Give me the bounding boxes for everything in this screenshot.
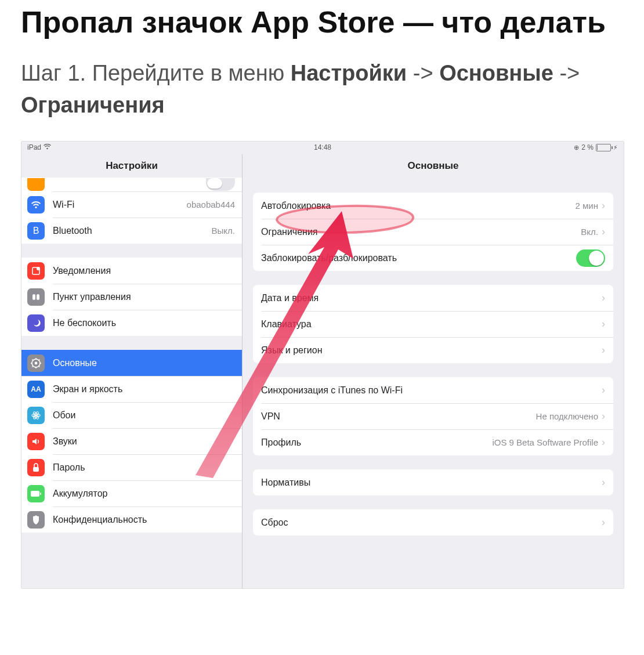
sidebar-item-label: Конфиденциальность <box>53 515 235 525</box>
row-reset[interactable]: Сброс › <box>253 509 613 535</box>
row-profile[interactable]: Профиль iOS 9 Beta Software Profile › <box>253 429 613 455</box>
svg-point-5 <box>35 361 38 364</box>
row-value: iOS 9 Beta Software Profile <box>492 437 598 447</box>
sidebar-item-label: Уведомления <box>53 266 235 276</box>
sidebar-item-label: Bluetooth <box>53 226 207 236</box>
row-restrictions[interactable]: Ограничения Вкл. › <box>253 219 613 245</box>
sidebar-item-control-center[interactable]: Пункт управления <box>21 284 242 310</box>
sidebar-item-label: Wi-Fi <box>53 200 182 210</box>
svg-rect-19 <box>31 491 39 497</box>
article-title: Пропал значок App Store — что делать <box>21 3 623 41</box>
charging-icon: ⚡︎ <box>613 144 618 151</box>
svg-line-13 <box>38 359 39 360</box>
svg-rect-3 <box>37 294 39 300</box>
status-bar: iPad 14:48 ⊕ 2 % ⚡︎ <box>21 142 624 154</box>
sidebar-item-bluetooth[interactable]: B Bluetooth Выкл. <box>21 218 242 244</box>
row-label: VPN <box>261 411 536 422</box>
svg-point-14 <box>35 414 37 417</box>
row-label: Профиль <box>261 437 492 448</box>
step-1-text: Шаг 1. Перейдите в меню Настройки -> Осн… <box>21 57 623 121</box>
sidebar-item-label: Основные <box>53 358 235 368</box>
wifi-network-value: obaobab444 <box>187 200 235 209</box>
row-regulatory[interactable]: Нормативы › <box>253 469 613 495</box>
group-regulatory: Нормативы › <box>253 469 613 495</box>
detail-panel: Основные Автоблокировка 2 мин › Ограниче… <box>243 154 624 588</box>
row-vpn[interactable]: VPN Не подключено › <box>253 403 613 429</box>
sidebar-item-notifications[interactable]: Уведомления <box>21 258 242 284</box>
sidebar-title: Настройки <box>21 154 242 178</box>
svg-rect-18 <box>33 467 39 472</box>
control-center-icon <box>27 288 45 306</box>
row-label: Заблокировать/разблокировать <box>261 253 576 263</box>
step-bold-3: Ограничения <box>21 93 165 117</box>
sidebar-item-label: Пароль <box>53 462 235 473</box>
step-prefix: Шаг 1. Перейдите в меню <box>21 61 291 85</box>
battery-percent: 2 % <box>581 143 594 151</box>
chevron-right-icon: › <box>602 476 605 488</box>
svg-point-1 <box>37 267 40 270</box>
row-label: Ограничения <box>261 227 581 237</box>
row-value: Не подключено <box>536 411 598 421</box>
row-lock-unlock[interactable]: Заблокировать/разблокировать <box>253 245 613 271</box>
chevron-right-icon: › <box>602 344 605 356</box>
row-language[interactable]: Язык и регион › <box>253 337 613 363</box>
group-sync: Синхронизация с iTunes по Wi-Fi › VPN Не… <box>253 377 613 455</box>
lock-unlock-switch[interactable] <box>576 249 605 267</box>
row-autolock[interactable]: Автоблокировка 2 мин › <box>253 193 613 219</box>
sidebar-item-passcode[interactable]: Пароль <box>21 454 242 480</box>
settings-sidebar: Настройки Wi-Fi obaobab444 <box>21 154 243 588</box>
row-itunes-wifi[interactable]: Синхронизация с iTunes по Wi-Fi › <box>253 377 613 403</box>
chevron-right-icon: › <box>602 410 605 422</box>
sidebar-item-sounds[interactable]: Звуки <box>21 428 242 454</box>
sidebar-item-general[interactable]: Основные <box>21 350 242 376</box>
row-label: Клавиатура <box>261 319 602 330</box>
sidebar-item-airplane[interactable] <box>21 178 242 191</box>
privacy-icon <box>27 511 45 529</box>
notifications-icon <box>27 262 45 280</box>
svg-line-12 <box>32 366 34 367</box>
sidebar-item-label: Пункт управления <box>53 292 235 302</box>
step-bold-2: Основные <box>439 61 553 85</box>
row-value: 2 мин <box>576 201 599 211</box>
gear-icon <box>27 354 45 372</box>
battery-icon <box>596 144 611 151</box>
row-label: Синхронизация с iTunes по Wi-Fi <box>261 385 602 396</box>
airplane-icon <box>27 178 45 191</box>
sidebar-item-battery[interactable]: Аккумулятор <box>21 480 242 506</box>
chevron-right-icon: › <box>602 200 605 212</box>
row-label: Автоблокировка <box>261 201 576 211</box>
battery-settings-icon <box>27 485 45 502</box>
ipad-screenshot: iPad 14:48 ⊕ 2 % ⚡︎ Настройки <box>21 141 624 589</box>
wallpaper-icon <box>27 407 45 424</box>
row-datetime[interactable]: Дата и время › <box>253 285 613 311</box>
sidebar-item-label: Обои <box>53 410 235 421</box>
sidebar-item-wallpaper[interactable]: Обои <box>21 402 242 428</box>
wifi-settings-icon <box>27 196 45 213</box>
sidebar-item-display[interactable]: AA Экран и яркость <box>21 376 242 402</box>
sidebar-item-label: Звуки <box>53 436 235 447</box>
status-time: 14:48 <box>21 143 624 151</box>
sidebar-item-wifi[interactable]: Wi-Fi obaobab444 <box>21 191 242 218</box>
chevron-right-icon: › <box>602 226 605 238</box>
chevron-right-icon: › <box>602 516 605 529</box>
sidebar-item-privacy[interactable]: Конфиденциальность <box>21 506 242 533</box>
svg-line-10 <box>32 359 34 360</box>
row-keyboard[interactable]: Клавиатура › <box>253 311 613 337</box>
sidebar-item-label: Аккумулятор <box>53 488 235 499</box>
step-arrow-1: -> <box>407 61 439 85</box>
chevron-right-icon: › <box>602 318 605 330</box>
row-label: Язык и регион <box>261 345 602 356</box>
svg-line-11 <box>38 366 39 367</box>
sidebar-item-dnd[interactable]: Не беспокоить <box>21 310 242 336</box>
dnd-icon <box>27 314 45 332</box>
row-label: Сброс <box>261 518 602 528</box>
row-value: Вкл. <box>581 227 598 237</box>
display-icon: AA <box>27 381 45 398</box>
airplane-toggle[interactable] <box>206 178 235 191</box>
orientation-lock-icon: ⊕ <box>574 144 579 151</box>
passcode-icon <box>27 459 45 476</box>
bluetooth-value: Выкл. <box>212 226 235 236</box>
group-datetime: Дата и время › Клавиатура › Язык и регио… <box>253 285 613 363</box>
row-label: Дата и время <box>261 293 602 303</box>
step-arrow-2: -> <box>553 61 580 85</box>
